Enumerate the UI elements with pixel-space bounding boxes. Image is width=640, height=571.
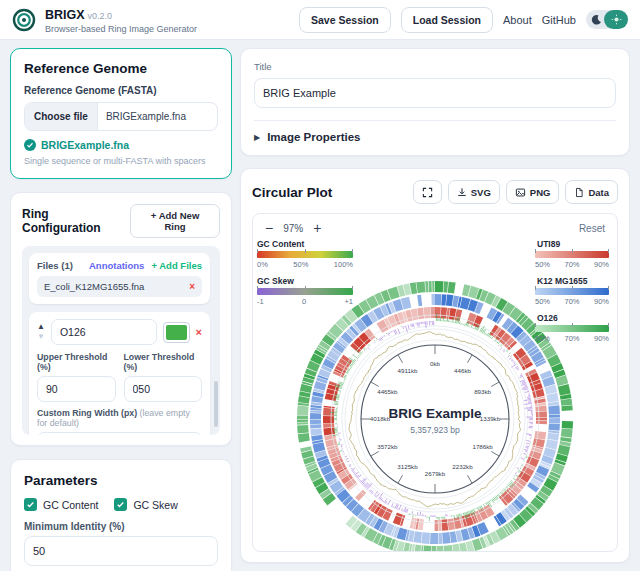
min-identity-label: Minimum Identity (%) <box>24 521 218 532</box>
reference-genome-card: Reference Genome Reference Genome (FASTA… <box>10 48 232 179</box>
reset-view-button[interactable]: Reset <box>579 223 605 234</box>
uti89-gradient-bar <box>535 251 609 258</box>
check-circle-icon <box>24 139 36 151</box>
move-ring-up-icon[interactable]: ▲ <box>37 323 45 331</box>
genome-tick-label: 4911kb <box>398 367 418 374</box>
lower-threshold-label: Lower Threshold (%) <box>124 352 203 372</box>
zoom-out-button[interactable]: − <box>265 221 273 235</box>
title-field-label: Title <box>254 61 616 72</box>
k12-legend: K12 MG1655 50%70%90% <box>535 276 609 306</box>
divider <box>254 120 616 121</box>
choose-file-button[interactable]: Choose file <box>25 103 98 130</box>
fullscreen-button[interactable] <box>413 180 442 204</box>
gc-legend: GC Content 0%50%100% GC Skew -10+1 <box>257 239 353 313</box>
checkbox-checked-icon <box>24 498 37 511</box>
plot-panel: − 97% + Reset GC Content 0%50%100% <box>252 213 618 552</box>
plot-center-title: BRIG Example <box>388 406 482 421</box>
genome-tick-label: 446kb <box>454 367 471 374</box>
image-properties-label: Image Properties <box>267 131 360 143</box>
svg-button-label: SVG <box>471 187 491 198</box>
ring-legend: UTI89 50%70%90% K12 MG1655 50%70%90% <box>535 239 609 350</box>
ring-width-input[interactable] <box>37 432 202 435</box>
circular-plot-title: Circular Plot <box>252 185 332 200</box>
upper-threshold-input[interactable] <box>37 376 116 402</box>
reference-file-name: BRIGExample.fna <box>98 111 194 122</box>
app-version: v0.2.0 <box>88 11 113 21</box>
expand-icon <box>422 187 433 198</box>
ring-width-label: Custom Ring Width (px) <box>37 408 137 418</box>
about-link[interactable]: About <box>503 14 532 26</box>
document-icon <box>574 187 584 198</box>
gc-skew-checkbox-label: GC Skew <box>133 499 177 511</box>
github-link[interactable]: GitHub <box>542 14 576 26</box>
uti89-legend-title: UTI89 <box>537 239 609 249</box>
k12-gradient-bar <box>535 288 609 295</box>
ring-list-scrollbar[interactable] <box>214 381 218 427</box>
genome-tick-label: 2679kb <box>425 470 446 477</box>
image-icon <box>515 187 526 198</box>
gc-skew-legend-title: GC Skew <box>257 276 353 286</box>
add-files-link[interactable]: + Add Files <box>151 260 202 271</box>
ring-configuration-title: Ring Configuration <box>22 207 130 235</box>
ring-color-swatch[interactable] <box>163 322 190 343</box>
genome-tick-label: 4465kb <box>377 388 398 395</box>
reference-genome-title: Reference Genome <box>24 61 218 76</box>
png-button-label: PNG <box>530 187 551 198</box>
download-svg-button[interactable]: SVG <box>448 180 500 204</box>
gc-skew-gradient-bar <box>257 288 353 295</box>
download-png-button[interactable]: PNG <box>506 180 560 204</box>
ring-item: ▲ ▼ × Upper Threshold (%) Lower <box>29 312 210 435</box>
ring-name-input[interactable] <box>51 319 157 345</box>
ring-configuration-card: Ring Configuration + Add New Ring Files … <box>10 192 232 446</box>
o126-legend-ticks: 50%70%90% <box>535 334 609 343</box>
zoom-level: 97% <box>283 223 303 234</box>
ring-files-group: Files (1) Annotations + Add Files E_coli… <box>29 253 210 304</box>
genome-tick-label: 3125kb <box>397 463 418 470</box>
title-card: Title ▶ Image Properties <box>240 48 630 156</box>
o126-legend-title: O126 <box>537 313 609 323</box>
move-ring-down-icon[interactable]: ▼ <box>37 333 45 341</box>
ring-list[interactable]: Files (1) Annotations + Add Files E_coli… <box>22 246 220 435</box>
circular-plot-card: Circular Plot SVG PNG Data <box>240 168 630 563</box>
files-count-label: Files (1) <box>37 260 73 271</box>
reference-file-input[interactable]: Choose file BRIGExample.fna <box>24 102 218 131</box>
brigx-logo-icon <box>12 8 36 32</box>
gc-content-checkbox[interactable]: GC Content <box>24 498 98 511</box>
uti89-legend-ticks: 50%70%90% <box>535 260 609 269</box>
load-session-button[interactable]: Load Session <box>401 7 493 33</box>
app-title: BRIGX <box>45 8 85 22</box>
gc-content-gradient-bar <box>257 251 353 258</box>
plot-area[interactable]: GC Content 0%50%100% GC Skew -10+1 <box>253 237 617 551</box>
lower-threshold-input[interactable] <box>124 376 203 402</box>
parameters-card: Parameters GC Content GC Skew Minimum Id… <box>10 459 232 571</box>
genome-tick-label: 1339kb <box>480 415 501 422</box>
upper-threshold-label: Upper Threshold (%) <box>37 352 116 372</box>
gc-skew-legend: GC Skew -10+1 <box>257 276 353 306</box>
gc-skew-checkbox[interactable]: GC Skew <box>114 498 177 511</box>
image-properties-toggle[interactable]: ▶ Image Properties <box>254 131 616 143</box>
remove-file-icon[interactable]: × <box>189 281 195 292</box>
data-button-label: Data <box>588 187 609 198</box>
remove-ring-icon[interactable]: × <box>196 326 202 338</box>
annotations-link[interactable]: Annotations <box>89 260 144 271</box>
app-subtitle: Browser-based Ring Image Generator <box>45 24 197 34</box>
theme-toggle[interactable] <box>586 10 628 29</box>
add-new-ring-button[interactable]: + Add New Ring <box>130 204 220 238</box>
download-data-button[interactable]: Data <box>565 180 618 204</box>
file-chip: E_coli_K12MG1655.fna × <box>37 276 202 297</box>
app-header: BRIGXv0.2.0 Browser-based Ring Image Gen… <box>0 0 640 40</box>
uti89-legend: UTI89 50%70%90% <box>535 239 609 269</box>
reference-hint: Single sequence or multi-FASTA with spac… <box>24 156 218 166</box>
min-identity-input[interactable] <box>24 536 218 566</box>
save-session-button[interactable]: Save Session <box>299 7 391 33</box>
genome-tick-label: 3572kb <box>377 443 398 450</box>
title-input[interactable] <box>254 78 616 108</box>
zoom-in-button[interactable]: + <box>313 221 321 235</box>
sun-icon <box>604 10 628 29</box>
checkbox-checked-icon <box>114 498 127 511</box>
reference-fasta-label: Reference Genome (FASTA) <box>24 85 218 96</box>
gc-content-legend: GC Content 0%50%100% <box>257 239 353 269</box>
o126-gradient-bar <box>535 325 609 332</box>
k12-legend-ticks: 50%70%90% <box>535 297 609 306</box>
parameters-title: Parameters <box>24 473 218 488</box>
